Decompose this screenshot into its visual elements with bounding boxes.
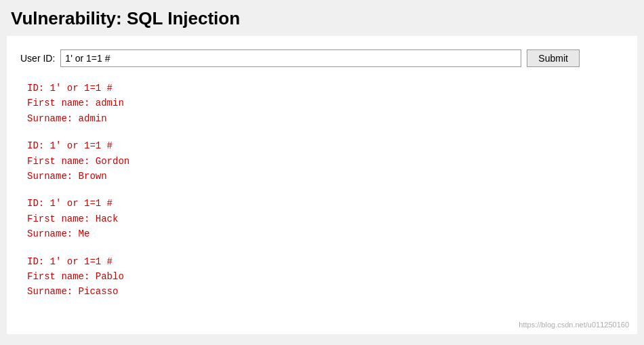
user-id-label: User ID: (20, 53, 55, 64)
result-firstname-1: First name: Gordon (27, 154, 624, 169)
result-firstname-3: First name: Pablo (27, 269, 624, 284)
result-firstname-2: First name: Hack (27, 211, 624, 226)
page-title: Vulnerability: SQL Injection (11, 8, 633, 29)
result-block-2: ID: 1' or 1=1 #First name: HackSurname: … (27, 196, 624, 241)
result-surname-1: Surname: Brown (27, 169, 624, 184)
result-block-1: ID: 1' or 1=1 #First name: GordonSurname… (27, 138, 624, 184)
content-area: User ID: Submit ID: 1' or 1=1 #First nam… (7, 36, 637, 334)
results-area: ID: 1' or 1=1 #First name: adminSurname:… (20, 81, 624, 300)
result-surname-0: Surname: admin (27, 111, 624, 126)
submit-button[interactable]: Submit (527, 49, 580, 67)
result-id-3: ID: 1' or 1=1 # (27, 254, 624, 269)
result-id-2: ID: 1' or 1=1 # (27, 196, 624, 211)
result-surname-3: Surname: Picasso (27, 284, 624, 299)
user-id-input[interactable] (60, 49, 521, 67)
result-firstname-0: First name: admin (27, 96, 624, 110)
result-id-1: ID: 1' or 1=1 # (27, 138, 624, 153)
form-row: User ID: Submit (20, 49, 624, 67)
result-block-0: ID: 1' or 1=1 #First name: adminSurname:… (27, 81, 624, 126)
result-id-0: ID: 1' or 1=1 # (27, 81, 624, 96)
watermark: https://blog.csdn.net/u011250160 (519, 321, 629, 329)
result-surname-2: Surname: Me (27, 226, 624, 241)
result-block-3: ID: 1' or 1=1 #First name: PabloSurname:… (27, 254, 624, 300)
